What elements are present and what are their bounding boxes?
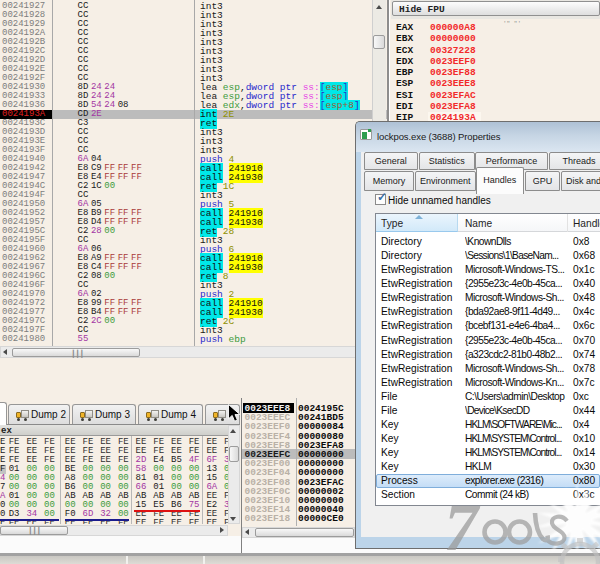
svg-text:7: 7 (444, 489, 481, 564)
